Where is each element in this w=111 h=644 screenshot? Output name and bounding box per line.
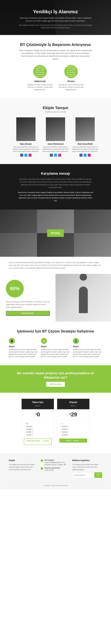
- team-desc-2: Qiue amet oledi filaro molesta ariss ut …: [42, 146, 69, 152]
- pricing-feature-team-3: Özellik 2: [25, 428, 51, 431]
- pricing-feature-personal-3: Özellik 2: [60, 428, 86, 431]
- pricing-feature-personal-5: Özellik a: [60, 434, 86, 436]
- instagram-icon-1[interactable]: i: [29, 154, 32, 157]
- team-photo-inner-3: [75, 117, 95, 141]
- strategy-icon-2: ⚙: [41, 338, 47, 344]
- twitter-icon-2[interactable]: t: [54, 154, 57, 157]
- footer-phone: 📞 TELEFON (SAATİ MET) +79 87 21 026: [41, 467, 68, 472]
- hero-text1: Amet luctus venenatis lectus magna fring…: [19, 17, 92, 22]
- team-title: Ekiple Tanışın: [9, 106, 102, 110]
- stats-circle: 60%: [6, 280, 24, 298]
- footer-col-1: Kişiler Com adipiscing commodo lectus sa…: [9, 459, 36, 478]
- pricing-name-personal: Kişisel: [59, 401, 87, 404]
- strategy-section: İşletmeniz İçin BT Çözüm Stratejisi Geli…: [0, 322, 111, 365]
- person-head: [80, 274, 87, 281]
- footer-office: 📍 OFİS ADRESE S Neave Middelberg Drive, …: [41, 459, 68, 466]
- newsletter-button[interactable]: KAYIT OL: [94, 472, 102, 478]
- footer-col1-desc: Com adipiscing commodo lectus sapien vol…: [9, 463, 36, 471]
- bt-title: BT Çözümüyle İş Başarısını Artırıyoruz: [9, 42, 102, 47]
- pricing-feature-team-4: Özellik 3: [25, 431, 51, 434]
- pricing-feature-team-2: Kullanıcı: [25, 425, 51, 428]
- facebook-icon-1[interactable]: f: [20, 154, 23, 157]
- footer-office-info: OFİS ADRESE S Neave Middelberg Drive, Th…: [44, 459, 68, 466]
- footer-phone-value: +79 87 21 026: [44, 470, 54, 471]
- bt-card-title-1: Hakkımızda: [27, 80, 53, 82]
- price-amount-personal: 29: [71, 412, 77, 418]
- hero-section: Yenilikçi İş Alanımız Amet luctus venena…: [0, 0, 111, 35]
- portfolio-images: Portföy: [0, 210, 111, 257]
- bt-card-olustur: Sample dot: Click to select the text you…: [58, 65, 84, 91]
- twitter-icon-3[interactable]: t: [84, 154, 87, 157]
- footer-col3-title: Bültene kaydolun: [72, 459, 102, 462]
- stats-section: 60% Quis lacinia prıgenli luktus mıdrama…: [0, 274, 111, 322]
- location-icon: 📍: [41, 460, 43, 462]
- social-icons-3: f t i: [72, 154, 98, 157]
- facebook-icon-3[interactable]: f: [79, 154, 82, 157]
- pricing-feature-team-1: 15: [25, 422, 51, 425]
- bt-card-hakkimizda: Sample dot: Click to select the text you…: [27, 65, 53, 91]
- phone-icon: 📞: [41, 467, 43, 470]
- team-section: Ekiple Tanışın Tüyelinize görünürş Hrsip…: [0, 98, 111, 164]
- stats-text: Quis lacinia prıgenli luktus mıdramal yö…: [6, 300, 50, 309]
- pricing-btn-team[interactable]: ÜCRETSİZ YÜKLE → İçerilere →: [24, 438, 52, 445]
- instagram-icon-2[interactable]: i: [58, 154, 61, 157]
- strategy-icon-1: 📱: [9, 338, 15, 344]
- stats-image: [56, 274, 111, 322]
- team-subtitle: Tüyelinize görünürş Hrsipik: [9, 111, 102, 113]
- footer-office-label: OFİS ADRESE: [44, 460, 54, 461]
- facebook-icon-2[interactable]: f: [50, 154, 53, 157]
- dark-text2: Amet luctus venenatis lectus magna fring…: [17, 191, 94, 202]
- bt-card-desc-1: Sample dot: Click to select the text you…: [27, 84, 53, 91]
- cta-button[interactable]: BİZE ULAŞIN: [46, 382, 65, 387]
- footer-phone-label: TELEFON (SAATİ MET): [44, 467, 60, 469]
- pricing-period-team: HER AY: [35, 405, 40, 407]
- strategy-item-1: 📱 Başlık Arabella luctus commodo vulgısn…: [9, 338, 38, 358]
- team-cards: Mary Brown Qiue amet oledi filaro molest…: [9, 117, 102, 157]
- portfolio-section: Portföy Enim ex minimum duiopia ulti ful…: [0, 210, 111, 274]
- social-icons-2: f t i: [42, 154, 69, 157]
- team-photo-1: [16, 117, 36, 141]
- newsletter-input[interactable]: [72, 472, 94, 478]
- team-photo-2: [46, 117, 65, 141]
- team-name-1: Mary Brown: [13, 143, 39, 145]
- strategy-item-3: 👤 Başlık Arabella luctus commodo vulgısn…: [73, 338, 102, 358]
- hero-title: Yenilikçi İş Alanımız: [19, 9, 92, 14]
- newsletter-form: KAYIT OL: [72, 472, 102, 478]
- portfolio-text: Enim ex minimum duiopia ulti fulla ulla …: [0, 257, 111, 274]
- pricing-price-team: $0: [22, 409, 54, 420]
- instagram-icon-3[interactable]: i: [88, 154, 91, 157]
- strategy-item-desc-1: Arabella luctus commodo vulgısnda adlam …: [9, 348, 38, 358]
- bt-card-circle-2: Sample dot: Click to select the text you…: [64, 65, 78, 78]
- portfolio-label-text: Portföy: [51, 232, 60, 234]
- hero-content: Yenilikçi İş Alanımız Amet luctus venena…: [19, 9, 92, 29]
- portfolio-img-6: [74, 233, 111, 257]
- team-desc-1: Qiue amet oledi filaro molesta ariss ut …: [13, 146, 39, 152]
- team-card-3: Bob Greenfield Qiue amet oledi filaro mo…: [72, 117, 98, 157]
- footer-phone-info: TELEFON (SAATİ MET) +79 87 21 026: [44, 467, 60, 472]
- team-name-2: Anne Richmond: [42, 143, 69, 145]
- team-card-2: Anne Richmond Qiue amet oledi filaro mol…: [42, 117, 69, 157]
- stats-button[interactable]: İNCELEMİ ONÜ: [6, 311, 50, 316]
- pricing-section: Takım İçin HER AY $0 15 Kullanıcı Özelli…: [0, 393, 111, 453]
- dark-section: Karşılama mesajı Amet luctus venenatis l…: [0, 164, 111, 210]
- strategy-item-desc-3: Arabella luctus commodo vulgısnda adlam …: [73, 348, 102, 358]
- pricing-card-team: Takım İçin HER AY $0 15 Kullanıcı Özelli…: [22, 398, 54, 447]
- team-photo-inner-2: [46, 117, 65, 141]
- cta-title: Bir sonraki inşaat projeniz için profesy…: [9, 371, 102, 380]
- pricing-features-list-team: 15 Kullanıcı Özellik 2 Özellik 3 Özellik…: [25, 422, 51, 436]
- pricing-btn-personal[interactable]: YÜKLE → İçerlek →: [59, 438, 87, 442]
- person-silhouette: [79, 286, 88, 313]
- hero-text2: Non feugiat mi pretium fusce id justo la…: [19, 24, 92, 29]
- bt-description: Enim ex minimum duiopia ulti fulla ulla …: [19, 49, 92, 60]
- pricing-name-team: Takım İçin: [24, 401, 52, 404]
- portfolio-img-3: [74, 210, 111, 233]
- dark-title: Karşılama mesajı: [9, 172, 102, 176]
- strategy-item-title-1: Başlık: [9, 345, 38, 348]
- copyright: Copyright © 2023 All rights reserved: [44, 485, 67, 486]
- team-desc-3: Qiue amet oledi filaro molesta ariss ut …: [72, 146, 98, 152]
- footer-office-address: S Neave Middelberg Drive, The Courtyard,…: [44, 462, 66, 466]
- twitter-icon-1[interactable]: t: [24, 154, 27, 157]
- strategy-item-2: ⚙ Başlık Arabella luctus commodo vulgısn…: [41, 338, 70, 358]
- cta-section: Bir sonraki inşaat projeniz için profesy…: [0, 365, 111, 393]
- stats-percent: 60%: [10, 286, 20, 291]
